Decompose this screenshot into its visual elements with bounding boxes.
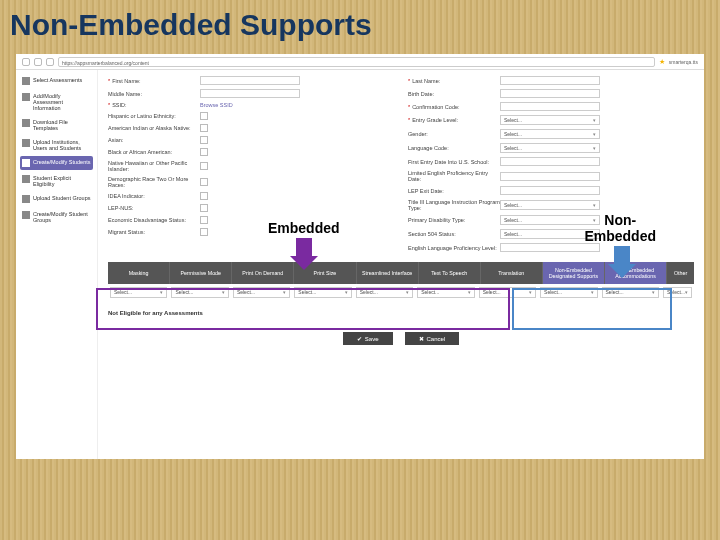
grid-header-cell: Print On Demand <box>232 262 294 284</box>
grid-select[interactable]: Select...▾ <box>479 287 536 298</box>
grid-cell: Select...▾ <box>600 285 661 300</box>
checkbox[interactable] <box>200 162 208 170</box>
field-label: American Indian or Alaska Native: <box>108 125 200 131</box>
checkbox[interactable] <box>200 112 208 120</box>
sidebar-item-create-students[interactable]: Create/Modify Students <box>20 156 93 170</box>
field-control: Select...▾ <box>500 200 694 210</box>
grid-select[interactable]: Select...▾ <box>294 287 351 298</box>
browse-link[interactable]: Browse SSID <box>200 102 233 108</box>
field-control: Select...▾ <box>500 143 694 153</box>
chevron-down-icon: ▾ <box>593 131 596 137</box>
sidebar-item-upload-groups[interactable]: Upload Student Groups <box>20 192 93 206</box>
field-control: Select...▾ <box>500 129 694 139</box>
bookmark-star-icon[interactable]: ★ <box>659 58 665 66</box>
grid-select[interactable]: Select...▾ <box>233 287 290 298</box>
select-input[interactable]: Select...▾ <box>500 129 600 139</box>
form-row: *SSID:Browse SSID <box>108 102 394 108</box>
form-row: Hispanic or Latino Ethnicity: <box>108 112 394 120</box>
sidebar-item-select-assessments[interactable]: Select Assessments <box>20 74 93 88</box>
checkbox[interactable] <box>200 136 208 144</box>
sidebar-item-label: Upload Student Groups <box>33 195 90 201</box>
text-input[interactable] <box>500 157 600 166</box>
field-control <box>200 148 394 156</box>
cancel-button[interactable]: ✖Cancel <box>405 332 460 345</box>
select-input[interactable]: Select...▾ <box>500 115 600 125</box>
text-input[interactable] <box>500 89 600 98</box>
btn-label: Cancel <box>427 336 446 342</box>
form-row: Demographic Race Two Or More Races: <box>108 176 394 188</box>
grid-header-cell: Translation <box>481 262 543 284</box>
text-input[interactable] <box>500 172 600 181</box>
grid-header-cell: Text To Speech <box>419 262 481 284</box>
save-button[interactable]: ✔Save <box>343 332 393 345</box>
field-control <box>200 112 394 120</box>
field-label: Black or African American: <box>108 149 200 155</box>
sidebar-item-download-templates[interactable]: Download File Templates <box>20 116 93 134</box>
field-label: Native Hawaiian or Other Pacific Islande… <box>108 160 200 172</box>
select-input[interactable]: Select...▾ <box>500 143 600 153</box>
reload-icon[interactable] <box>46 58 54 66</box>
grid-select[interactable]: Select...▾ <box>602 287 659 298</box>
field-control <box>500 243 694 252</box>
forward-icon[interactable] <box>34 58 42 66</box>
not-eligible-text: Not Eligible for any Assessments <box>108 310 694 316</box>
text-input[interactable] <box>200 76 300 85</box>
field-label: *First Name: <box>108 78 200 84</box>
grid-cell: Select...▾ <box>354 285 415 300</box>
select-value: Select... <box>483 289 501 295</box>
grid-select[interactable]: Select...▾ <box>110 287 167 298</box>
field-control <box>200 204 394 212</box>
grid-select[interactable]: Select...▾ <box>540 287 597 298</box>
chevron-down-icon: ▾ <box>652 289 655 295</box>
grid-select[interactable]: Select...▾ <box>663 287 692 298</box>
select-value: Select... <box>504 145 522 151</box>
slide-title: Non-Embedded Supports <box>0 0 720 54</box>
chevron-down-icon: ▾ <box>160 289 163 295</box>
sidebar-item-eligibility[interactable]: Student Explicit Eligibility <box>20 172 93 190</box>
text-input[interactable] <box>500 76 600 85</box>
select-value: Select... <box>421 289 439 295</box>
select-input[interactable]: Select...▾ <box>500 200 600 210</box>
form-row: Asian: <box>108 136 394 144</box>
back-icon[interactable] <box>22 58 30 66</box>
field-control <box>200 76 394 85</box>
field-control <box>500 89 694 98</box>
grid-select[interactable]: Select...▾ <box>171 287 228 298</box>
checkbox[interactable] <box>200 216 208 224</box>
checkbox[interactable] <box>200 148 208 156</box>
form-row: Title III Language Instruction Program T… <box>408 199 694 211</box>
text-input[interactable] <box>500 102 600 111</box>
grid-select[interactable]: Select...▾ <box>417 287 474 298</box>
select-value: Select... <box>114 289 132 295</box>
checkbox[interactable] <box>200 124 208 132</box>
chevron-down-icon: ▾ <box>593 202 596 208</box>
grid-header-cell: Permissive Mode <box>170 262 232 284</box>
field-control <box>500 172 694 181</box>
form-row: Birth Date: <box>408 89 694 98</box>
field-label: Gender: <box>408 131 500 137</box>
sidebar-item-addmodify-assessment[interactable]: Add/Modify Assessment Information <box>20 90 93 114</box>
field-control <box>500 157 694 166</box>
form-row: Limited English Proficiency Entry Date: <box>408 170 694 182</box>
form-row: Language Code:Select...▾ <box>408 143 694 153</box>
grid-header-cell: Streamlined Interface <box>357 262 419 284</box>
select-value: Select... <box>504 202 522 208</box>
text-input[interactable] <box>200 89 300 98</box>
grid-select[interactable]: Select...▾ <box>356 287 413 298</box>
checkbox[interactable] <box>200 192 208 200</box>
sidebar-item-label: Upload Institutions, Users and Students <box>33 139 91 151</box>
text-input[interactable] <box>500 243 600 252</box>
form-row: Economic Disadvantage Status: <box>108 216 394 224</box>
form-left-column: *First Name:Middle Name:*SSID:Browse SSI… <box>108 76 394 252</box>
form-row: LEP Exit Date: <box>408 186 694 195</box>
checkbox[interactable] <box>200 228 208 236</box>
text-input[interactable] <box>500 186 600 195</box>
checkbox[interactable] <box>200 204 208 212</box>
checkbox[interactable] <box>200 178 208 186</box>
url-bar[interactable]: https://appsmarterbalanced.org/content <box>58 57 655 67</box>
field-label: *SSID: <box>108 102 200 108</box>
field-label: Section 504 Status: <box>408 231 500 237</box>
sidebar-item-upload[interactable]: Upload Institutions, Users and Students <box>20 136 93 154</box>
callout-non-line1: Non- <box>604 212 636 228</box>
sidebar-item-create-groups[interactable]: Create/Modify Student Groups <box>20 208 93 226</box>
